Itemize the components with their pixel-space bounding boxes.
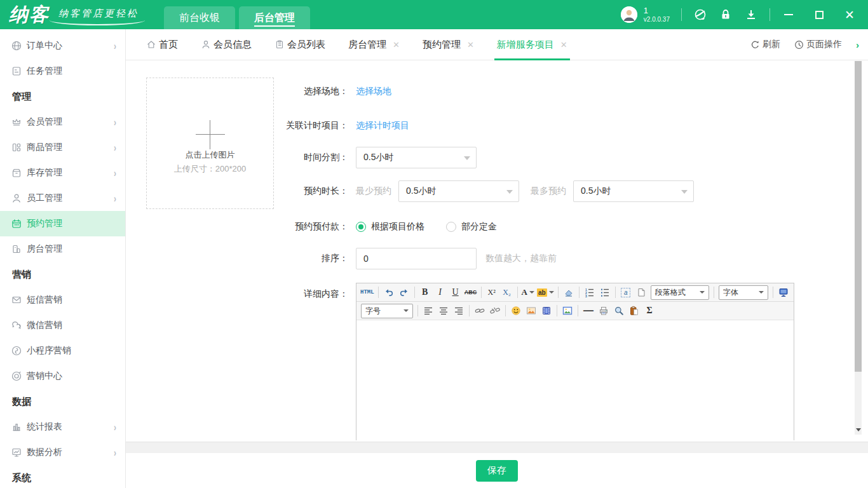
tab-room-table-management[interactable]: 房台管理 ✕ bbox=[348, 29, 400, 60]
sidebar-item-inventory-management[interactable]: 库存管理 › bbox=[0, 160, 125, 186]
tab-appointment-management[interactable]: 预约管理 ✕ bbox=[423, 29, 474, 60]
divider bbox=[615, 287, 616, 298]
backend-management-button[interactable]: 后台管理 bbox=[239, 6, 310, 29]
prepay-option-project-price[interactable]: 根据项目价格 bbox=[356, 221, 424, 233]
sidebar-item-staff-management[interactable]: 员工管理 › bbox=[0, 186, 125, 211]
sort-input[interactable]: 0 bbox=[356, 248, 477, 269]
time-split-select[interactable]: 0.5小时 bbox=[356, 147, 477, 168]
select-timing-project-link[interactable]: 选择计时项目 bbox=[356, 120, 409, 132]
italic-button[interactable]: I bbox=[433, 285, 448, 300]
superscript-button[interactable]: X² bbox=[484, 285, 499, 300]
min-duration-label: 最少预约 bbox=[356, 186, 391, 197]
paragraph-format-select[interactable]: 段落格式 bbox=[651, 285, 709, 300]
align-left-button[interactable] bbox=[421, 304, 436, 318]
scrollbar-down-arrow[interactable] bbox=[855, 424, 862, 435]
radio-checked-icon[interactable] bbox=[356, 222, 366, 232]
max-duration-select[interactable]: 0.5小时 bbox=[573, 180, 694, 202]
sidebar-item-sms-marketing[interactable]: 短信营销 bbox=[0, 287, 125, 313]
avatar[interactable] bbox=[621, 6, 637, 23]
svg-text:3: 3 bbox=[585, 294, 587, 298]
close-tab-icon[interactable]: ✕ bbox=[560, 40, 567, 50]
formula-button[interactable]: Σ bbox=[642, 304, 657, 318]
sidebar-item-miniprogram-marketing[interactable]: 小程序营销 bbox=[0, 338, 125, 363]
ordered-list-button[interactable]: 123 bbox=[582, 285, 597, 300]
insert-video-button[interactable] bbox=[539, 304, 554, 318]
unordered-list-icon bbox=[600, 287, 610, 297]
divider bbox=[578, 305, 578, 316]
redo-button[interactable] bbox=[397, 285, 412, 300]
download-icon[interactable] bbox=[744, 8, 758, 22]
font-size-select[interactable]: 字号 bbox=[361, 304, 413, 318]
remove-format-button[interactable] bbox=[561, 285, 576, 300]
unordered-list-button[interactable] bbox=[597, 285, 613, 300]
anchor-button[interactable]: a bbox=[618, 285, 634, 300]
close-tab-icon[interactable]: ✕ bbox=[467, 40, 474, 50]
bold-button[interactable]: B bbox=[417, 285, 433, 300]
tab-member-info[interactable]: 会员信息 bbox=[201, 29, 252, 60]
font-color-button[interactable]: A bbox=[520, 285, 536, 300]
sidebar-item-marketing-center[interactable]: 营销中心 bbox=[0, 363, 125, 389]
remove-link-button[interactable] bbox=[487, 304, 503, 318]
insert-link-button[interactable] bbox=[472, 304, 487, 318]
frontdesk-cashier-button[interactable]: 前台收银 bbox=[164, 6, 235, 29]
sidebar-item-member-management[interactable]: 会员管理 › bbox=[0, 109, 125, 135]
underline-button[interactable]: U bbox=[448, 285, 463, 300]
vertical-scrollbar[interactable] bbox=[855, 61, 862, 435]
page-operations-button[interactable]: 页面操作 bbox=[794, 39, 842, 50]
close-tab-icon[interactable]: ✕ bbox=[393, 40, 400, 50]
min-duration-select[interactable]: 0.5小时 bbox=[398, 180, 519, 202]
highlight-color-button[interactable]: ab bbox=[536, 285, 555, 300]
sort-row: 排序： 0 数值越大，越靠前 bbox=[126, 248, 557, 269]
link-icon bbox=[475, 306, 485, 316]
sidebar-item-product-management[interactable]: 商品管理 › bbox=[0, 135, 125, 160]
font-family-select[interactable]: 字体 bbox=[719, 285, 768, 300]
customer-service-icon[interactable] bbox=[693, 8, 707, 22]
chevron-right-icon[interactable]: › bbox=[856, 39, 859, 50]
align-right-button[interactable] bbox=[451, 304, 466, 318]
undo-button[interactable] bbox=[381, 285, 397, 300]
sidebar-item-order-center[interactable]: 订单中心 › bbox=[0, 33, 125, 58]
lock-icon[interactable] bbox=[719, 8, 733, 22]
radio-label: 部分定金 bbox=[461, 221, 497, 233]
paste-button[interactable] bbox=[627, 304, 642, 318]
chevron-right-icon: › bbox=[114, 141, 116, 154]
divider bbox=[579, 287, 580, 298]
scrollbar-thumb[interactable] bbox=[855, 61, 862, 372]
subscript-button[interactable]: X₂ bbox=[499, 285, 515, 300]
emoji-button[interactable] bbox=[508, 304, 524, 318]
tab-home[interactable]: 首页 bbox=[146, 29, 178, 60]
insert-image-button[interactable] bbox=[524, 304, 539, 318]
maximize-button[interactable] bbox=[812, 8, 826, 22]
close-button[interactable]: ✕ bbox=[843, 8, 857, 22]
horizontal-rule-button[interactable]: — bbox=[581, 304, 596, 318]
minimize-button[interactable] bbox=[782, 8, 796, 22]
image-space-button[interactable] bbox=[560, 304, 575, 318]
tab-new-service-item[interactable]: 新增服务项目 ✕ bbox=[497, 29, 567, 60]
refresh-button[interactable]: 刷新 bbox=[750, 39, 780, 50]
align-center-button[interactable] bbox=[436, 304, 451, 318]
monitor-chart-icon bbox=[11, 447, 22, 458]
user-avatar-icon bbox=[621, 6, 637, 23]
sidebar-item-statistics-report[interactable]: 统计报表 › bbox=[0, 414, 125, 440]
sidebar-item-data-analysis[interactable]: 数据分析 › bbox=[0, 440, 125, 465]
preview-button[interactable] bbox=[611, 304, 627, 318]
font-color-label: A bbox=[522, 287, 527, 297]
prepay-option-partial-deposit[interactable]: 部分定金 bbox=[446, 221, 497, 233]
fullscreen-button[interactable] bbox=[776, 285, 791, 300]
editor-content-area[interactable] bbox=[356, 320, 794, 440]
new-document-button[interactable] bbox=[634, 285, 649, 300]
sidebar-item-appointment-management[interactable]: 预约管理 bbox=[0, 211, 125, 236]
sidebar-item-room-table-management[interactable]: 房台管理 bbox=[0, 236, 125, 262]
sidebar-item-wechat-marketing[interactable]: 微信营销 bbox=[0, 313, 125, 338]
html-source-button[interactable]: HTML bbox=[359, 285, 376, 300]
radio-unchecked-icon[interactable] bbox=[446, 222, 456, 232]
sort-label: 排序： bbox=[126, 253, 348, 264]
sidebar-item-task-management[interactable]: 任务管理 bbox=[0, 58, 125, 84]
sidebar-item-label: 库存管理 bbox=[27, 167, 62, 179]
strikethrough-button[interactable]: ABC bbox=[463, 285, 478, 300]
tab-member-list[interactable]: 会员列表 bbox=[275, 29, 325, 60]
select-venue-link[interactable]: 选择场地 bbox=[356, 86, 391, 97]
print-button[interactable] bbox=[596, 304, 611, 318]
save-button[interactable]: 保存 bbox=[476, 460, 518, 482]
chevron-right-icon: › bbox=[114, 39, 116, 52]
